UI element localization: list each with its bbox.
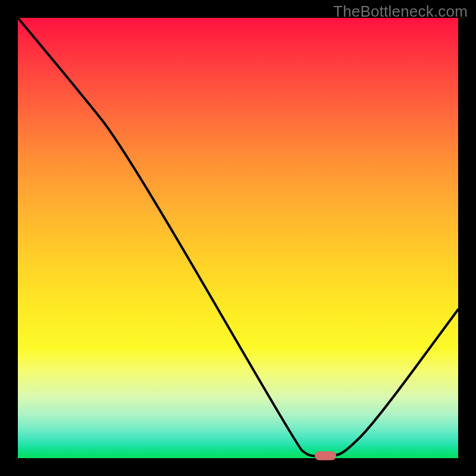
curve-path: [18, 18, 458, 456]
curve-svg: [18, 18, 458, 458]
optimum-marker: [315, 452, 336, 461]
plot-area: [18, 18, 458, 458]
chart-container: TheBottleneck.com: [0, 0, 476, 476]
